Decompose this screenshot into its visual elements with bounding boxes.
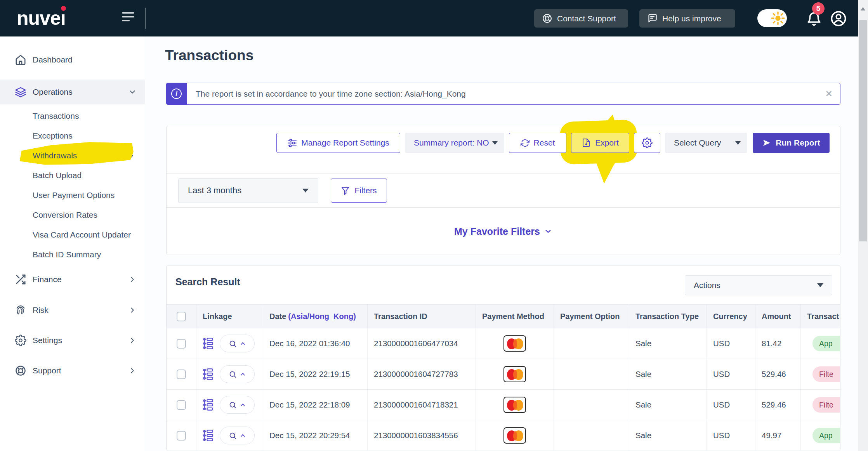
summary-report-dropdown[interactable]: Summary report: NO xyxy=(405,133,504,153)
transaction-type-cell: Sale xyxy=(629,359,707,389)
col-currency[interactable]: Currency xyxy=(707,305,755,328)
transaction-type-cell: Sale xyxy=(629,420,707,451)
feedback-bubble-icon xyxy=(647,13,658,24)
sidebar-item-batch-id-summary[interactable]: Batch ID Summary xyxy=(0,245,145,264)
table-row[interactable]: Dec 16, 2022 01:36:40 213000000160647703… xyxy=(167,328,840,359)
date-cell: Dec 15, 2022 22:19:15 xyxy=(263,359,368,389)
row-detail-expander[interactable] xyxy=(220,396,255,414)
sidebar-item-label: Operations xyxy=(33,87,73,97)
contact-support-label: Contact Support xyxy=(557,14,616,23)
report-settings-gear-button[interactable] xyxy=(634,133,660,153)
info-icon: i xyxy=(171,88,182,99)
refresh-icon xyxy=(521,139,529,147)
linkage-hierarchy-icon[interactable] xyxy=(202,368,214,381)
scrollbar-up-arrow[interactable] xyxy=(861,7,865,10)
row-detail-expander[interactable] xyxy=(220,427,255,444)
caret-down-icon xyxy=(302,189,309,193)
close-icon[interactable]: × xyxy=(825,86,832,101)
layers-icon xyxy=(15,86,26,98)
caret-down-icon xyxy=(817,283,823,287)
sidebar-item-dashboard[interactable]: Dashboard xyxy=(0,47,145,72)
sidebar-item-user-payment-options[interactable]: User Payment Options xyxy=(0,186,145,205)
col-linkage[interactable]: Linkage xyxy=(196,305,263,328)
fingerprint-icon xyxy=(15,304,26,316)
amount-cell: 529.46 xyxy=(755,359,801,389)
sidebar-item-exceptions[interactable]: Exceptions xyxy=(0,126,145,146)
user-avatar-icon[interactable] xyxy=(830,10,847,27)
select-all-checkbox[interactable] xyxy=(177,312,186,321)
chevron-right-icon xyxy=(128,275,137,284)
sliders-icon xyxy=(287,138,297,148)
help-us-improve-label: Help us improve xyxy=(662,14,721,23)
row-checkbox[interactable] xyxy=(177,369,186,379)
table-row[interactable]: Dec 15, 2022 20:29:54 213000000160383455… xyxy=(167,420,840,451)
date-range-dropdown[interactable]: Last 3 months xyxy=(178,178,318,203)
help-us-improve-button[interactable]: Help us improve xyxy=(639,9,735,28)
run-report-button[interactable]: Run Report xyxy=(753,133,830,153)
banner-accent-block: i xyxy=(166,83,187,105)
manage-report-settings-button[interactable]: Manage Report Settings xyxy=(276,133,400,153)
search-icon xyxy=(229,370,237,378)
theme-toggle[interactable] xyxy=(757,9,787,27)
sidebar-item-conversion-rates[interactable]: Conversion Rates xyxy=(0,205,145,225)
table-row[interactable]: Dec 15, 2022 22:18:09 213000000160471832… xyxy=(167,390,840,420)
my-favorite-filters-toggle[interactable]: My Favorite Filters xyxy=(167,207,840,255)
sidebar-item-risk[interactable]: Risk xyxy=(0,298,145,323)
linkage-hierarchy-icon[interactable] xyxy=(202,337,214,350)
select-all-cell xyxy=(167,305,196,328)
reset-button[interactable]: Reset xyxy=(509,133,566,153)
col-transaction-id[interactable]: Transaction ID xyxy=(368,305,476,328)
col-transaction-clipped[interactable]: Transact xyxy=(801,305,840,328)
timezone-info-banner: i The report is set in accordance to you… xyxy=(166,83,840,105)
col-transaction-type[interactable]: Transaction Type xyxy=(629,305,707,328)
divider xyxy=(167,173,840,173)
filters-button[interactable]: Filters xyxy=(331,179,387,203)
mastercard-icon xyxy=(503,397,526,413)
export-button[interactable]: Export xyxy=(571,133,629,153)
amount-cell: 529.46 xyxy=(755,390,801,420)
row-checkbox[interactable] xyxy=(177,431,186,441)
status-badge: App xyxy=(812,336,840,351)
sidebar-item-operations[interactable]: Operations xyxy=(0,80,145,104)
nuvei-logo: nuveı xyxy=(17,7,66,29)
page-title: Transactions xyxy=(165,47,253,64)
sidebar-item-support[interactable]: Support xyxy=(0,358,145,383)
hamburger-menu-icon[interactable] xyxy=(122,12,135,24)
sidebar-item-settings[interactable]: Settings xyxy=(0,328,145,353)
row-detail-expander[interactable] xyxy=(220,335,255,352)
date-cell: Dec 16, 2022 01:36:40 xyxy=(263,328,368,359)
search-result-title: Search Result xyxy=(175,276,240,288)
col-payment-method[interactable]: Payment Method xyxy=(476,305,554,328)
contact-support-button[interactable]: Contact Support xyxy=(534,9,628,28)
search-icon xyxy=(229,432,237,440)
home-icon xyxy=(15,54,26,66)
scrollbar-thumb[interactable] xyxy=(859,20,867,241)
sidebar-item-transactions[interactable]: Transactions xyxy=(0,106,145,126)
linkage-hierarchy-icon[interactable] xyxy=(202,398,214,411)
col-date[interactable]: Date (Asia/Hong_Kong) xyxy=(263,305,368,328)
sidebar-item-visa-card-account-updater[interactable]: Visa Card Account Updater xyxy=(0,225,145,245)
row-detail-expander[interactable] xyxy=(220,365,255,383)
sun-icon xyxy=(770,10,786,26)
row-checkbox[interactable] xyxy=(177,400,186,410)
gear-icon xyxy=(642,137,653,148)
linkage-hierarchy-icon[interactable] xyxy=(202,429,214,442)
transaction-id-cell: 2130000001606477034 xyxy=(368,328,476,359)
row-checkbox[interactable] xyxy=(177,339,186,349)
run-arrow-icon xyxy=(762,138,771,147)
vertical-scrollbar[interactable] xyxy=(858,0,868,451)
payment-option-cell xyxy=(554,359,629,389)
status-badge: Filte xyxy=(812,397,840,413)
col-payment-option[interactable]: Payment Option xyxy=(554,305,629,328)
sidebar: Dashboard Operations Transactions Except… xyxy=(0,36,145,451)
sidebar-item-finance[interactable]: Finance xyxy=(0,267,145,292)
col-amount[interactable]: Amount xyxy=(755,305,801,328)
payment-option-cell xyxy=(554,420,629,451)
actions-dropdown[interactable]: Actions xyxy=(685,275,832,295)
table-row[interactable]: Dec 15, 2022 22:19:15 213000000160472778… xyxy=(167,359,840,390)
caret-down-icon xyxy=(492,141,498,145)
sidebar-item-batch-upload[interactable]: Batch Upload xyxy=(0,166,145,185)
funnel-icon xyxy=(341,186,350,195)
select-query-dropdown[interactable]: Select Query xyxy=(665,133,747,153)
status-badge: App xyxy=(812,428,840,443)
